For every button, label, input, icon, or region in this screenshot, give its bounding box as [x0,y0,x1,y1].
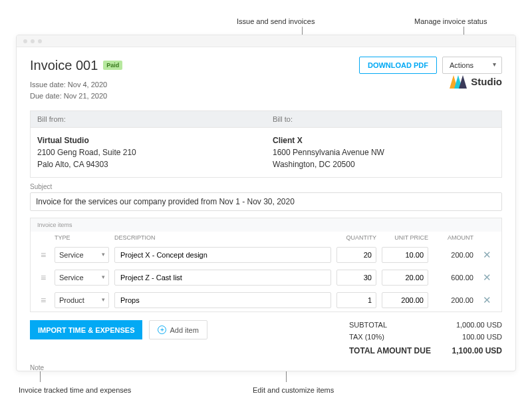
bill-from-name: Virtual Studio [37,134,259,146]
plus-circle-icon: + [158,325,166,334]
bill-to-line2: Washington, DC 20500 [273,158,495,170]
quantity-input[interactable] [336,292,376,308]
app-window: Invoice 001 Paid DOWNLOAD PDF Actions Is… [16,35,516,371]
annotation-tracked: Invoice tracked time and expenses [19,386,131,394]
drag-handle-icon[interactable]: ≡ [37,250,49,260]
due-date: Due date: Nov 21, 2020 [30,91,107,102]
description-input[interactable] [114,270,331,286]
col-type: TYPE [55,234,109,241]
tax-value: 100.00 USD [436,333,502,341]
delete-row-icon[interactable]: ✕ [479,272,495,284]
amount-cell: 600.00 [434,274,473,282]
item-row: ≡ Service 200.00 ✕ [31,244,501,266]
drag-handle-icon[interactable]: ≡ [37,296,49,305]
delete-row-icon[interactable]: ✕ [479,249,495,261]
unit-price-input[interactable] [382,247,428,263]
invoice-items: Invoice items TYPE DESCRIPTION QUANTITY … [30,218,502,312]
note-label: Note [30,364,502,371]
bill-from-block: Virtual Studio 2100 Geng Road, Suite 210… [31,128,266,177]
subject-label: Subject [30,183,502,190]
dates-block: Issue date: Nov 4, 2020 Due date: Nov 21… [30,79,107,101]
quantity-input[interactable] [336,270,376,286]
actions-dropdown[interactable]: Actions [442,57,502,74]
status-badge: Paid [103,61,122,70]
bill-to-block: Client X 1600 Pennsylvania Avenue NW Was… [266,128,501,177]
subtotal-label: SUBTOTAL [349,321,436,329]
bill-to-label: Bill to: [266,111,501,127]
issue-date: Issue date: Nov 4, 2020 [30,79,107,91]
total-due-value: 1,100.00 USD [436,346,502,355]
bill-to-name: Client X [273,134,495,146]
col-desc: DESCRIPTION [114,234,331,241]
total-due-label: TOTAL AMOUNT DUE [349,346,436,355]
traffic-light-dot [23,39,27,43]
download-pdf-button[interactable]: DOWNLOAD PDF [359,57,437,74]
items-header: TYPE DESCRIPTION QUANTITY UNIT PRICE AMO… [31,232,501,244]
type-select[interactable]: Service [55,247,109,263]
page-title: Invoice 001 [30,58,98,73]
bill-from-line1: 2100 Geng Road, Suite 210 [37,146,259,158]
import-time-expenses-button[interactable]: IMPORT TIME & EXPENSES [30,320,142,339]
subject-input[interactable] [30,192,502,211]
annotation-manage-status: Manage invoice status [414,17,487,25]
traffic-light-dot [31,39,35,43]
bill-body: Virtual Studio 2100 Geng Road, Suite 210… [30,128,502,178]
description-input[interactable] [114,292,331,308]
description-input[interactable] [114,247,331,263]
subtotal-value: 1,000.00 USD [436,321,502,329]
col-qty: QUANTITY [336,234,376,241]
add-item-label: Add item [170,326,198,334]
tax-label: TAX (10%) [349,333,436,341]
logo-icon [450,74,467,89]
annotation-edit-items: Edit and customize items [253,386,334,394]
type-select[interactable]: Service [55,270,109,286]
bill-from-label: Bill from: [31,111,266,127]
add-item-button[interactable]: + Add item [149,320,207,339]
totals-block: SUBTOTAL 1,000.00 USD TAX (10%) 100.00 U… [342,319,502,357]
item-row: ≡ Product 200.00 ✕ [31,289,501,312]
bill-from-line2: Palo Alto, CA 94303 [37,158,259,170]
annotation-issue-send: Issue and send invoices [237,17,315,25]
amount-cell: 200.00 [434,251,473,259]
unit-price-input[interactable] [382,292,428,308]
quantity-input[interactable] [336,247,376,263]
traffic-light-dot [38,39,42,43]
window-titlebar [17,35,515,47]
company-logo: Studio [450,74,502,89]
bill-header: Bill from: Bill to: [30,110,502,128]
items-section-label: Invoice items [31,218,501,232]
col-amt: AMOUNT [434,234,473,241]
amount-cell: 200.00 [434,296,473,304]
logo-text: Studio [471,76,502,87]
type-select[interactable]: Product [55,292,109,308]
drag-handle-icon[interactable]: ≡ [37,273,49,282]
unit-price-input[interactable] [382,270,428,286]
item-row: ≡ Service 600.00 ✕ [31,266,501,289]
bill-to-line1: 1600 Pennsylvania Avenue NW [273,146,495,158]
delete-row-icon[interactable]: ✕ [479,294,495,306]
col-unit: UNIT PRICE [382,234,428,241]
